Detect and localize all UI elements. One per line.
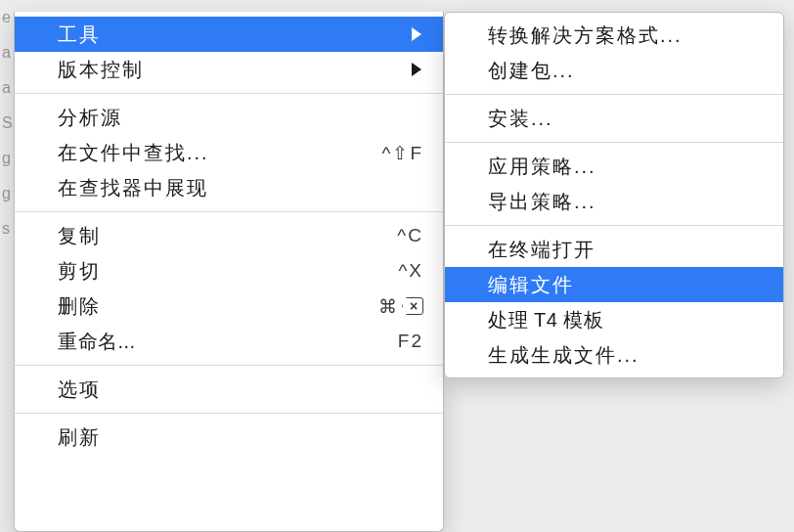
- menu-tools[interactable]: 工具: [15, 17, 443, 52]
- menu-item-label: 处理 T4 模板: [488, 307, 764, 333]
- submenu-arrow-icon: [412, 27, 421, 41]
- submenu-generate-makefile[interactable]: 生成生成文件...: [445, 337, 783, 373]
- menu-shortcut: ⌘: [378, 295, 423, 318]
- context-menu-main: 工具版本控制分析源在文件中查找...^⇧F在查找器中展现复制^C剪切^X删除⌘重…: [14, 12, 444, 532]
- menu-item-label: 在文件中查找...: [58, 140, 381, 166]
- menu-separator: [15, 93, 443, 94]
- menu-item-label: 删除: [58, 293, 378, 320]
- submenu-process-t4[interactable]: 处理 T4 模板: [445, 302, 783, 337]
- menu-analyze-source[interactable]: 分析源: [15, 100, 443, 135]
- menu-item-label: 导出策略...: [488, 189, 764, 215]
- menu-item-label: 分析源: [58, 105, 423, 131]
- menu-separator: [15, 413, 443, 414]
- menu-reveal-in-finder[interactable]: 在查找器中展现: [15, 170, 443, 205]
- submenu-open-in-terminal[interactable]: 在终端打开: [445, 232, 783, 267]
- menu-options[interactable]: 选项: [15, 372, 443, 407]
- submenu-create-package[interactable]: 创建包...: [445, 53, 783, 88]
- menu-item-label: 重命名...: [58, 329, 398, 355]
- menu-separator: [15, 211, 443, 212]
- menu-item-label: 应用策略...: [488, 154, 764, 180]
- menu-version-control[interactable]: 版本控制: [15, 52, 443, 87]
- menu-copy[interactable]: 复制^C: [15, 218, 443, 253]
- menu-separator: [15, 365, 443, 366]
- menu-shortcut: F2: [398, 331, 423, 352]
- menu-item-label: 工具: [58, 22, 412, 48]
- menu-item-label: 选项: [58, 377, 423, 403]
- menu-item-label: 复制: [58, 223, 397, 249]
- delete-key-icon: [402, 297, 423, 315]
- submenu-export-policy[interactable]: 导出策略...: [445, 184, 783, 219]
- menu-item-label: 转换解决方案格式...: [488, 22, 764, 49]
- background-fragment: e a a S g g s: [0, 0, 13, 246]
- menu-item-label: 生成生成文件...: [488, 342, 764, 369]
- submenu-arrow-icon: [412, 63, 421, 76]
- menu-item-label: 在查找器中展现: [58, 175, 423, 201]
- menu-find-in-files[interactable]: 在文件中查找...^⇧F: [15, 135, 443, 170]
- menu-item-label: 刷新: [58, 424, 423, 451]
- context-menu-sub: 转换解决方案格式...创建包...安装...应用策略...导出策略...在终端打…: [444, 12, 784, 378]
- menu-item-label: 创建包...: [488, 58, 764, 84]
- submenu-install[interactable]: 安装...: [445, 101, 783, 136]
- menu-shortcut: ^⇧F: [381, 142, 423, 164]
- menu-refresh[interactable]: 刷新: [15, 420, 443, 455]
- menu-delete[interactable]: 删除⌘: [15, 288, 443, 324]
- menu-shortcut: ^X: [398, 260, 423, 282]
- submenu-edit-file[interactable]: 编辑文件: [445, 267, 783, 302]
- menu-item-label: 在终端打开: [488, 237, 764, 263]
- menu-separator: [445, 94, 783, 95]
- menu-rename[interactable]: 重命名...F2: [15, 324, 443, 359]
- submenu-convert-solution-format[interactable]: 转换解决方案格式...: [445, 18, 783, 53]
- menu-item-label: 安装...: [488, 106, 764, 132]
- menu-item-label: 剪切: [58, 258, 398, 285]
- menu-separator: [445, 225, 783, 226]
- menu-separator: [445, 142, 783, 143]
- menu-cut[interactable]: 剪切^X: [15, 253, 443, 288]
- menu-item-label: 编辑文件: [488, 272, 764, 298]
- submenu-apply-policy[interactable]: 应用策略...: [445, 149, 783, 184]
- menu-item-label: 版本控制: [58, 57, 412, 83]
- menu-shortcut: ^C: [397, 225, 423, 246]
